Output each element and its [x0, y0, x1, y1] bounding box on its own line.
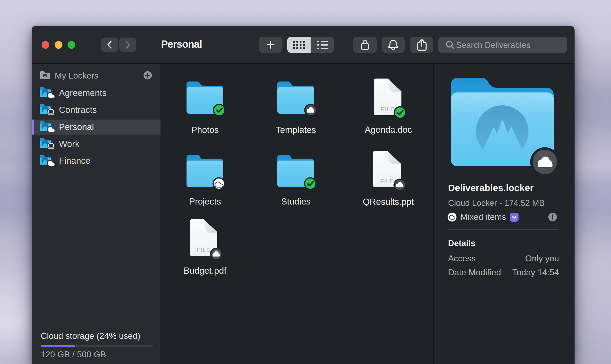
svg-text:FILE: FILE	[197, 247, 211, 253]
svg-text:FILE: FILE	[381, 106, 395, 113]
svg-text:FILE: FILE	[380, 178, 394, 185]
